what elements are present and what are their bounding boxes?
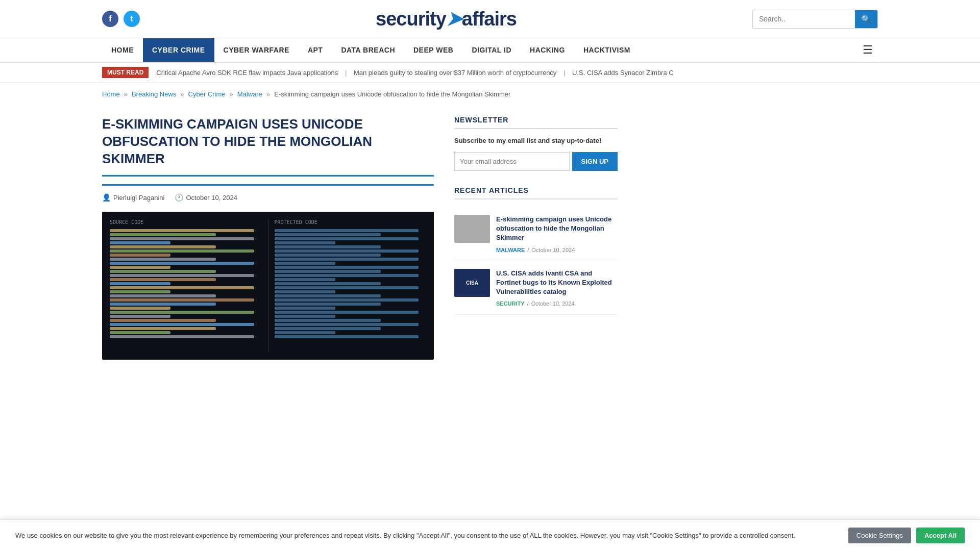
source-code-header: SOURCE CODE bbox=[110, 219, 262, 225]
newsletter-section: NEWSLETTER Subscribe to my email list an… bbox=[454, 116, 618, 171]
article-author: 👤 Pierluigi Paganini bbox=[102, 193, 164, 202]
recent-article-1-thumb bbox=[454, 215, 490, 243]
newsletter-title: NEWSLETTER bbox=[454, 116, 618, 129]
recent-article-1-title[interactable]: E-skimming campaign uses Unicode obfusca… bbox=[496, 215, 618, 243]
recent-article-2-meta: SECURITY / October 10, 2024 bbox=[496, 300, 618, 307]
code-preview: SOURCE CODE bbox=[102, 212, 434, 360]
ticker-content: Critical Apache Avro SDK RCE flaw impact… bbox=[156, 69, 673, 77]
nav-apt[interactable]: APT bbox=[299, 38, 332, 62]
must-read-badge: MUST READ bbox=[102, 67, 149, 78]
protected-code-col: PROTECTED CODE bbox=[275, 219, 427, 352]
article-title: E-SKIMMING CAMPAIGN USES UNICODE OBFUSCA… bbox=[102, 116, 434, 167]
breadcrumb-malware[interactable]: Malware bbox=[237, 90, 262, 98]
article-date: 🕐 October 10, 2024 bbox=[175, 193, 237, 202]
breadcrumb-current: E-skimming campaign uses Unicode obfusca… bbox=[274, 90, 510, 98]
nav-hacktivism[interactable]: HACKTIVISM bbox=[574, 38, 640, 62]
recent-article-2-date: October 10, 2024 bbox=[531, 300, 575, 307]
nav-digital-id[interactable]: DIGITAL ID bbox=[462, 38, 521, 62]
email-input[interactable] bbox=[454, 152, 570, 171]
hamburger-menu[interactable]: ☰ bbox=[857, 38, 878, 62]
signup-button[interactable]: SIGN UP bbox=[572, 152, 618, 171]
search-button[interactable]: 🔍 bbox=[855, 10, 877, 28]
nav-hacking[interactable]: HACKING bbox=[521, 38, 574, 62]
recent-article-2-content: U.S. CISA adds Ivanti CSA and Fortinet b… bbox=[496, 269, 618, 307]
newsletter-form: SIGN UP bbox=[454, 152, 618, 171]
search-input[interactable] bbox=[753, 11, 855, 27]
clock-icon: 🕐 bbox=[175, 193, 183, 202]
search-box: 🔍 bbox=[752, 10, 878, 29]
breadcrumb: Home » Breaking News » Cyber Crime » Mal… bbox=[0, 83, 980, 106]
recent-articles-title: RECENT ARTICLES bbox=[454, 186, 618, 199]
recent-article-1-meta: MALWARE / October 10, 2024 bbox=[496, 247, 618, 253]
source-code-col: SOURCE CODE bbox=[110, 219, 262, 352]
nav-cyber-warfare[interactable]: CYBER WARFARE bbox=[214, 38, 299, 62]
nav-data-breach[interactable]: DATA BREACH bbox=[332, 38, 404, 62]
main-layout: E-SKIMMING CAMPAIGN USES UNICODE OBFUSCA… bbox=[0, 106, 980, 370]
recent-article-1-tag[interactable]: MALWARE bbox=[496, 247, 525, 253]
social-links: f t bbox=[102, 11, 140, 27]
protected-code-lines bbox=[275, 229, 427, 338]
recent-article-2-tag[interactable]: SECURITY bbox=[496, 300, 525, 307]
breadcrumb-cyber-crime[interactable]: Cyber Crime bbox=[188, 90, 226, 98]
site-logo[interactable]: security➤affairs bbox=[376, 8, 517, 30]
recent-articles-section: RECENT ARTICLES E-skimming campaign uses… bbox=[454, 186, 618, 315]
recent-article-1-content: E-skimming campaign uses Unicode obfusca… bbox=[496, 215, 618, 253]
protected-code-header: PROTECTED CODE bbox=[275, 219, 427, 225]
article-meta: 👤 Pierluigi Paganini 🕐 October 10, 2024 bbox=[102, 193, 434, 202]
source-code-lines bbox=[110, 229, 262, 338]
nav-cyber-crime[interactable]: CYBER CRIME bbox=[143, 38, 214, 62]
recent-article-1-date: October 10, 2024 bbox=[531, 247, 575, 253]
breadcrumb-home[interactable]: Home bbox=[102, 90, 120, 98]
recent-article-2: CISA U.S. CISA adds Ivanti CSA and Forti… bbox=[454, 261, 618, 315]
recent-article-2-title[interactable]: U.S. CISA adds Ivanti CSA and Fortinet b… bbox=[496, 269, 618, 297]
author-icon: 👤 bbox=[102, 193, 111, 202]
nav-deep-web[interactable]: DEEP WEB bbox=[404, 38, 462, 62]
sidebar: NEWSLETTER Subscribe to my email list an… bbox=[454, 116, 618, 360]
newsletter-subtitle: Subscribe to my email list and stay up-t… bbox=[454, 137, 618, 144]
facebook-icon[interactable]: f bbox=[102, 11, 118, 27]
article-title-section: E-SKIMMING CAMPAIGN USES UNICODE OBFUSCA… bbox=[102, 116, 434, 186]
news-ticker: MUST READ Critical Apache Avro SDK RCE f… bbox=[0, 63, 980, 83]
twitter-icon[interactable]: t bbox=[124, 11, 140, 27]
main-nav: HOME CYBER CRIME CYBER WARFARE APT DATA … bbox=[0, 38, 980, 63]
breadcrumb-breaking-news[interactable]: Breaking News bbox=[132, 90, 176, 98]
header: f t security➤affairs 🔍 bbox=[0, 0, 980, 38]
nav-home[interactable]: HOME bbox=[102, 38, 143, 62]
recent-article-2-thumb: CISA bbox=[454, 269, 490, 297]
article-image: SOURCE CODE bbox=[102, 212, 434, 360]
recent-article-1: E-skimming campaign uses Unicode obfusca… bbox=[454, 207, 618, 261]
article-main: E-SKIMMING CAMPAIGN USES UNICODE OBFUSCA… bbox=[102, 116, 434, 360]
